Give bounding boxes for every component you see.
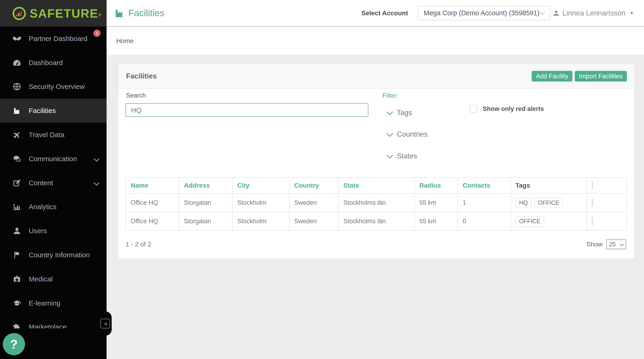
column-header-state[interactable]: State — [338, 178, 414, 194]
alert-badge: ! — [93, 30, 100, 37]
sidebar-item-medical[interactable]: Medical — [0, 267, 106, 291]
cell-select — [587, 194, 626, 212]
collapse-sidebar-icon[interactable]: ◀ — [100, 318, 110, 329]
page-size-select[interactable]: 25 — [606, 240, 626, 249]
factory-icon — [114, 8, 125, 18]
column-header-country[interactable]: Country — [289, 178, 338, 194]
table-row[interactable]: Office HQ Storgatan Stockholm Sweden Sto… — [126, 212, 626, 230]
sidebar-item-label: Content — [29, 179, 53, 187]
chevron-down-icon — [386, 130, 393, 137]
sidebar-item-label: Dashboard — [29, 59, 63, 67]
sidebar-item-dashboard[interactable]: Dashboard — [0, 51, 106, 75]
filter-group-tags[interactable]: Tags — [387, 109, 412, 117]
pagination-range: 1 - 2 of 2 — [126, 241, 151, 248]
sidebar-item-travel-data[interactable]: Travel Data — [0, 123, 106, 147]
safeture-logo-icon — [12, 6, 26, 20]
facilities-card: Facilities Add Facility Import Facilitie… — [118, 64, 634, 258]
bar-chart-icon — [12, 203, 22, 211]
sidebar-item-content[interactable]: Content — [0, 171, 106, 195]
column-header-select-all — [587, 178, 626, 194]
filter-group-label: Tags — [397, 109, 412, 117]
flag-icon — [12, 251, 22, 259]
page-title-text: Facilities — [128, 8, 164, 18]
filter-group-countries[interactable]: Countries — [387, 130, 428, 138]
chat-icon — [12, 155, 22, 163]
sidebar-item-e-learning[interactable]: E-learning — [0, 291, 106, 315]
sidebar-item-label: Facilities — [29, 107, 56, 115]
card-body: Search Filter: Tags Countries States — [118, 89, 634, 258]
sidebar-item-analytics[interactable]: Analytics — [0, 195, 106, 219]
sidebar-item-partner-dashboard[interactable]: Partner Dashboard ! — [0, 27, 106, 51]
help-button[interactable]: ? — [3, 333, 25, 355]
edit-icon — [12, 179, 22, 187]
sidebar-item-communication[interactable]: Communication — [0, 147, 106, 171]
sidebar-item-label: Users — [29, 227, 47, 235]
red-alerts-label: Show only red alerts — [483, 106, 544, 112]
card-header-buttons: Add Facility Import Facilities — [532, 71, 627, 82]
cell-city: Stockholm — [232, 194, 289, 212]
user-menu[interactable]: Linnea Lennartsson ▼ — [553, 0, 634, 26]
filter-group-states[interactable]: States — [387, 152, 417, 160]
app-window: SAFETURE® Partner Dashboard ! Dashboard — [0, 0, 644, 359]
sidebar-item-country-information[interactable]: Country Information — [0, 243, 106, 267]
gauge-icon — [12, 58, 22, 67]
chevron-down-icon — [386, 108, 393, 115]
cell-country: Sweden — [289, 194, 338, 212]
cell-radius: 55 km — [414, 212, 458, 230]
account-section: Select Account Mega Corp (Demo Account) … — [362, 0, 550, 26]
column-header-name[interactable]: Name — [126, 178, 179, 194]
add-facility-button[interactable]: Add Facility — [532, 71, 572, 82]
column-header-radius[interactable]: Radius — [414, 178, 458, 194]
registered-mark: ® — [98, 12, 101, 17]
column-header-contacts[interactable]: Contacts — [458, 178, 510, 194]
sidebar-item-facilities[interactable]: Facilities — [0, 99, 106, 123]
cell-name: Office HQ — [126, 212, 179, 230]
account-select[interactable]: Mega Corp (Demo Account) (3598591) — [418, 6, 550, 20]
select-account-label: Select Account — [362, 10, 408, 17]
column-header-tags: Tags — [510, 178, 587, 194]
brand-wordmark: SAFETURE® — [30, 8, 102, 20]
globe-icon — [12, 82, 22, 91]
factory-icon — [12, 106, 22, 115]
chevron-down-icon — [94, 156, 100, 162]
pagination-bar: 1 - 2 of 2 Show 25 — [126, 231, 626, 258]
cell-tags: OFFICE — [510, 212, 587, 230]
chevron-down-icon — [540, 10, 545, 15]
sidebar-item-label: Partner Dashboard — [29, 35, 87, 42]
page-title: Facilities — [114, 0, 164, 26]
cell-tags: HQOFFICE — [510, 194, 587, 212]
sidebar-item-label: E-learning — [29, 299, 60, 307]
tag-chip: OFFICE — [516, 216, 544, 226]
red-alerts-filter: Show only red alerts — [469, 105, 544, 113]
user-name: Linnea Lennartsson — [562, 9, 626, 17]
breadcrumb-home[interactable]: Home — [116, 37, 134, 45]
sidebar-item-label: Country Information — [29, 251, 90, 259]
card-header: Facilities Add Facility Import Facilitie… — [118, 64, 634, 89]
brand-logo[interactable]: SAFETURE® — [0, 0, 106, 27]
show-label: Show — [586, 241, 602, 248]
cell-city: Stockholm — [232, 212, 289, 230]
table-row[interactable]: Office HQ Storgatan Stockholm Sweden Sto… — [126, 194, 626, 212]
sidebar-item-label: Medical — [29, 275, 52, 283]
search-label: Search — [126, 92, 146, 99]
row-checkbox[interactable] — [592, 217, 593, 225]
cell-address: Storgatan — [179, 194, 232, 212]
sidebar-item-users[interactable]: Users — [0, 219, 106, 243]
sidebar-item-security-overview[interactable]: Security Overview — [0, 75, 106, 99]
column-header-city[interactable]: City — [232, 178, 289, 194]
cell-name: Office HQ — [126, 194, 179, 212]
filter-group-label: Countries — [397, 130, 428, 138]
import-facilities-button[interactable]: Import Facilities — [575, 71, 627, 82]
graduation-cap-icon — [12, 299, 22, 307]
sidebar-item-marketplace[interactable]: Marketplace — [0, 315, 106, 328]
column-header-address[interactable]: Address — [179, 178, 232, 194]
top-bar: Facilities Select Account Mega Corp (Dem… — [106, 0, 644, 27]
row-checkbox[interactable] — [592, 198, 593, 207]
plane-icon — [12, 131, 22, 139]
sidebar-item-label: Marketplace — [29, 323, 66, 328]
filter-group-label: States — [397, 152, 417, 160]
select-all-checkbox[interactable] — [592, 181, 593, 190]
search-input[interactable] — [126, 103, 368, 117]
red-alerts-checkbox[interactable] — [469, 105, 477, 113]
cell-select — [587, 212, 626, 230]
